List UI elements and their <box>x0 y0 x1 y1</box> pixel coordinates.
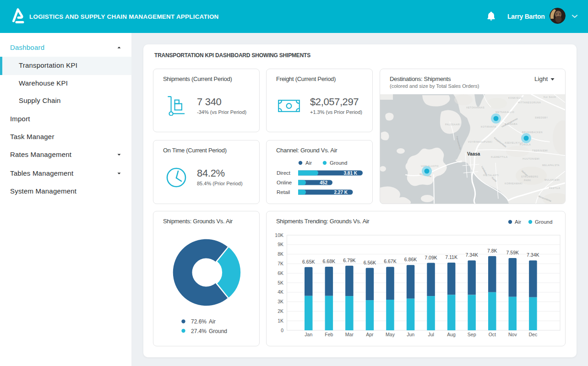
svg-text:7.59K: 7.59K <box>506 250 519 255</box>
svg-text:6.56K: 6.56K <box>364 260 376 265</box>
svg-text:KLEMETTILA: KLEMETTILA <box>491 156 508 158</box>
svg-text:KOSKISUO: KOSKISUO <box>508 97 523 99</box>
svg-text:7.09K: 7.09K <box>425 255 437 260</box>
svg-text:HIETALAHTI: HIETALAHTI <box>483 174 499 177</box>
svg-text:Oct: Oct <box>489 332 496 337</box>
svg-text:452: 452 <box>320 180 327 185</box>
svg-text:Dec: Dec <box>528 332 537 337</box>
svg-text:HITTANESGRUNA: HITTANESGRUNA <box>518 101 541 104</box>
svg-text:MELAPALSTA: MELAPALSTA <box>542 164 560 167</box>
svg-text:Feb: Feb <box>325 332 333 337</box>
svg-text:4K: 4K <box>278 289 283 295</box>
svg-text:Vaasa: Vaasa <box>467 151 480 156</box>
svg-text:Mar: Mar <box>345 332 354 337</box>
svg-text:Aug: Aug <box>447 332 456 337</box>
svg-text:VOYRINKAUPUNKI: VOYRINKAUPUNKI <box>468 140 492 143</box>
svg-text:Ground: Ground <box>535 219 552 225</box>
svg-text:MULANIEMI: MULANIEMI <box>544 178 560 181</box>
svg-text:2.27 K: 2.27 K <box>334 190 348 195</box>
svg-text:9K: 9K <box>278 242 283 247</box>
svg-text:Air: Air <box>305 160 312 166</box>
svg-text:Air: Air <box>515 219 521 225</box>
svg-text:3K: 3K <box>278 299 283 304</box>
svg-text:5K: 5K <box>278 280 283 285</box>
svg-text:7K: 7K <box>278 261 283 266</box>
svg-text:Air: Air <box>209 318 216 325</box>
svg-text:KORKEAMAKI: KORKEAMAKI <box>505 182 523 185</box>
svg-text:HUUTONIEMI: HUUTONIEMI <box>523 157 540 160</box>
svg-text:Sep: Sep <box>468 332 476 337</box>
svg-text:KOTIRANTA: KOTIRANTA <box>481 125 496 128</box>
svg-text:Direct: Direct <box>277 170 291 176</box>
svg-text:6.67K: 6.67K <box>384 258 396 264</box>
svg-text:Ground: Ground <box>209 328 227 334</box>
svg-text:METSAKALLIO: METSAKALLIO <box>495 111 514 113</box>
svg-text:Jul: Jul <box>428 332 434 337</box>
svg-text:Retail: Retail <box>277 189 290 195</box>
svg-text:VAPAALUOTO: VAPAALUOTO <box>421 165 439 167</box>
svg-text:RISINABA: RISINABA <box>505 123 517 125</box>
svg-text:SMEDSBY: SMEDSBY <box>535 116 548 119</box>
svg-text:PASTILA: PASTILA <box>549 187 560 189</box>
svg-text:PARK: PARK <box>524 179 531 182</box>
svg-text:6.79K: 6.79K <box>343 258 355 263</box>
svg-text:8K: 8K <box>278 251 283 257</box>
svg-text:Kor Smith: Kor Smith <box>544 96 556 98</box>
svg-text:May: May <box>386 332 395 337</box>
svg-text:7.8K: 7.8K <box>487 248 497 253</box>
svg-text:BRUNNBACKEN: BRUNNBACKEN <box>522 131 543 134</box>
svg-text:TEERINIEMI: TEERINIEMI <box>532 149 548 152</box>
svg-text:3.81 K: 3.81 K <box>344 171 358 176</box>
svg-text:Online: Online <box>277 180 292 185</box>
svg-text:7.11K: 7.11K <box>445 254 457 260</box>
svg-text:6.86K: 6.86K <box>404 257 417 262</box>
svg-text:PUROLA: PUROLA <box>520 143 531 146</box>
svg-text:6.68K: 6.68K <box>323 258 335 264</box>
svg-text:27.4%: 27.4% <box>191 328 207 334</box>
svg-text:10K: 10K <box>275 232 283 238</box>
svg-text:72.6%: 72.6% <box>191 318 207 325</box>
svg-text:STROMBERG: STROMBERG <box>521 175 539 178</box>
svg-text:PALOSAARI: PALOSAARI <box>445 123 460 126</box>
svg-text:Apr: Apr <box>366 332 374 337</box>
svg-text:VETOKANNAS: VETOKANNAS <box>466 106 485 109</box>
svg-text:1K: 1K <box>278 318 283 323</box>
svg-text:Nov: Nov <box>508 332 517 337</box>
svg-text:0: 0 <box>281 328 283 333</box>
svg-text:Jan: Jan <box>305 332 312 337</box>
svg-text:6.65K: 6.65K <box>302 259 315 264</box>
svg-text:6K: 6K <box>278 270 283 276</box>
svg-text:Jun: Jun <box>407 332 414 337</box>
svg-text:7.34K: 7.34K <box>465 252 478 258</box>
svg-text:7.34K: 7.34K <box>527 252 539 258</box>
svg-text:2K: 2K <box>278 308 283 314</box>
svg-text:Ground: Ground <box>330 160 347 166</box>
